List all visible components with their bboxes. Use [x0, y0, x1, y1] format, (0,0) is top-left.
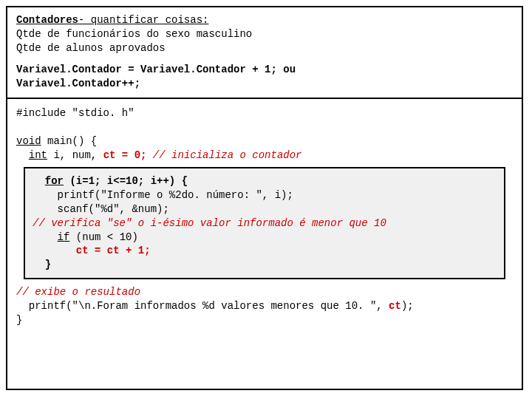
result-comment: // exibe o resultado — [16, 285, 513, 299]
scanf-line: scanf("%d", &num); — [33, 202, 497, 216]
incr-pad — [33, 245, 76, 256]
brace-close-main: } — [16, 313, 513, 327]
expr-gap — [277, 64, 283, 75]
ct-incr: ct = ct + 1; — [76, 245, 151, 256]
code-panel: #include "stdio. h" void main() { int i,… — [7, 99, 522, 332]
decl-mid: i, num, — [47, 149, 103, 161]
check-comment: // verifica "se" o i-ésimo valor informa… — [33, 216, 497, 231]
expr-line-2: Variavel.Contador++; — [16, 77, 513, 91]
kw-int: int — [29, 149, 47, 161]
init-comment: // inicializa o contador — [146, 149, 301, 161]
slide-frame: Contadores- quantificar coisas: Qtde de … — [6, 6, 523, 390]
printf-ct: ct — [389, 300, 401, 312]
for-line: for (i=1; i<=10; i++) { — [33, 174, 497, 188]
decl-pad — [16, 149, 29, 161]
include-line: #include "stdio. h" — [16, 106, 513, 120]
main-rest: main() { — [41, 135, 98, 147]
for-rest: (i=1; i<=10; i++) { — [64, 175, 188, 187]
printf-line: printf("Informe o %2do. número: ", i); — [33, 188, 497, 202]
example-line-1: Qtde de funcionários do sexo masculino — [16, 27, 513, 41]
if-line: if (num < 10) — [33, 231, 497, 245]
decl-line: int i, num, ct = 0; // inicializa o cont… — [16, 149, 513, 163]
kw-for: for — [45, 175, 64, 187]
loop-box: for (i=1; i<=10; i++) { printf("Informe … — [24, 167, 505, 279]
main-line: void main() { — [16, 134, 513, 149]
for-pad — [33, 175, 45, 187]
blank-1 — [16, 120, 513, 134]
if-pad — [33, 231, 58, 243]
brace-close-loop: } — [33, 258, 497, 272]
spacer — [16, 55, 513, 63]
if-rest: (num < 10) — [69, 231, 137, 243]
kw-void: void — [16, 135, 41, 147]
expr-line-1: Variavel.Contador = Variavel.Contador + … — [16, 63, 513, 77]
title-rest: - quantificar coisas: — [78, 14, 208, 26]
incr-line: ct = ct + 1; — [33, 244, 497, 258]
ct-init: ct = 0; — [103, 149, 147, 161]
title-strong: Contadores — [16, 14, 78, 26]
top-panel: Contadores- quantificar coisas: Qtde de … — [7, 7, 522, 99]
printf-a: printf("\n.Foram informados %d valores m… — [16, 300, 389, 312]
example-line-2: Qtde de alunos aprovados — [16, 41, 513, 55]
expr1: Variavel.Contador = Variavel.Contador + … — [16, 64, 277, 75]
printf-result-line: printf("\n.Foram informados %d valores m… — [16, 299, 513, 313]
kw-if: if — [58, 231, 70, 243]
title-line: Contadores- quantificar coisas: — [16, 13, 513, 27]
ou-label: ou — [283, 64, 296, 75]
printf-b: ); — [401, 300, 414, 312]
